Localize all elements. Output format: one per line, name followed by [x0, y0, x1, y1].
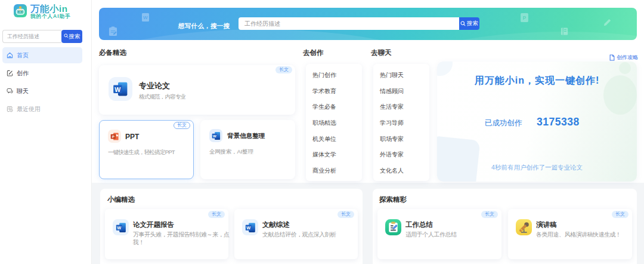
- svg-text:W: W: [143, 15, 148, 20]
- svg-text:P: P: [523, 15, 527, 21]
